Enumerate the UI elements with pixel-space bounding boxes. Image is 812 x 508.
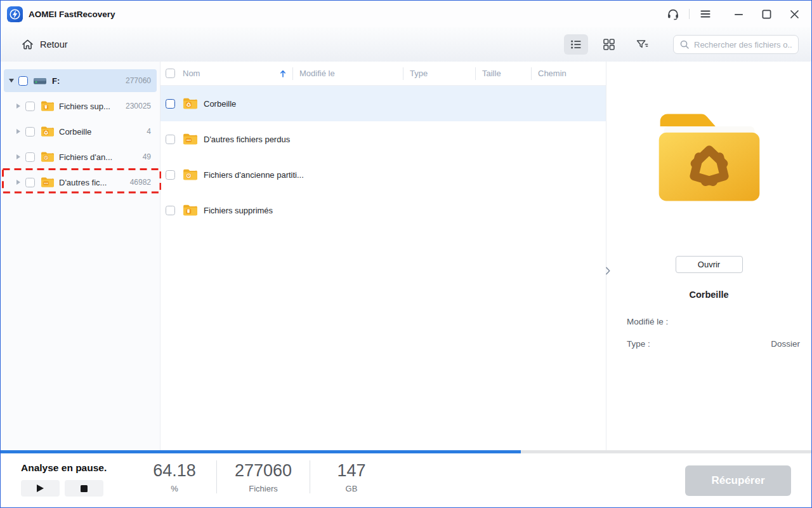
app-logo-icon <box>7 6 23 22</box>
type-value: Dossier <box>771 339 800 349</box>
node-checkbox[interactable] <box>25 152 35 162</box>
node-checkbox[interactable] <box>25 102 35 111</box>
collapse-panel-button[interactable] <box>605 264 615 277</box>
tree-node-drive-f[interactable]: F: 277060 <box>4 69 157 92</box>
search-input[interactable] <box>673 35 799 54</box>
row-checkbox[interactable] <box>166 170 175 180</box>
stat-unit: % <box>133 484 216 493</box>
big-folder-recycle-icon <box>650 102 768 210</box>
filter-icon <box>635 37 649 51</box>
folder-trash-icon <box>183 204 198 217</box>
tree-node-label: Fichiers d'an... <box>59 152 112 162</box>
stat-unit: Fichiers <box>217 484 310 493</box>
sort-asc-icon[interactable] <box>279 69 287 78</box>
open-button[interactable]: Ouvrir <box>676 256 743 273</box>
drive-f-checkbox[interactable] <box>18 76 28 86</box>
scan-progress-bar <box>1 450 811 453</box>
minimize-button[interactable] <box>728 4 749 23</box>
preview-title: Corbeille <box>606 290 811 300</box>
back-label: Retour <box>40 39 68 50</box>
scan-status-text: Analyse en pause. <box>21 462 107 474</box>
home-icon <box>21 38 34 51</box>
node-checkbox[interactable] <box>25 127 35 137</box>
scan-stats: 64.18 % 277060 Fichiers 147 GB <box>133 458 393 495</box>
folder-clock-icon <box>183 168 198 181</box>
resume-scan-button[interactable] <box>21 480 60 497</box>
tree-node-count: 46982 <box>130 178 151 187</box>
caret-collapsed-icon[interactable] <box>16 104 20 109</box>
node-checkbox[interactable] <box>25 178 35 187</box>
tree-node-label: Fichiers sup... <box>59 102 110 111</box>
tree-node-label: D'autres fic... <box>59 178 107 187</box>
progress-fill <box>1 450 521 453</box>
column-header-nom[interactable]: Nom <box>160 62 293 85</box>
search-box <box>673 35 799 54</box>
stop-scan-button[interactable] <box>65 480 103 497</box>
filter-button[interactable] <box>630 34 654 55</box>
titlebar: AOMEI FastRecovery <box>1 1 811 27</box>
table-row-corbeille[interactable]: Corbeille <box>160 86 606 121</box>
tree-node-fichiers-supprimes[interactable]: Fichiers sup... 230025 <box>1 93 160 119</box>
folder-dots-icon <box>41 177 55 188</box>
modified-label: Modifié le : <box>627 317 668 326</box>
grid-view-button[interactable] <box>597 34 621 55</box>
stat-value: 277060 <box>217 460 310 481</box>
table-row-autres-fichiers[interactable]: D'autres fichiers perdus <box>160 121 606 157</box>
play-icon <box>37 485 44 492</box>
column-label: Chemin <box>538 69 566 78</box>
type-label: Type : <box>627 339 650 349</box>
app-title: AOMEI FastRecovery <box>29 10 115 19</box>
column-label: Type <box>410 69 428 78</box>
maximize-icon <box>761 8 773 20</box>
tree-node-label: Corbeille <box>59 127 91 137</box>
column-label: Modifié le <box>299 69 335 78</box>
caret-collapsed-icon[interactable] <box>16 180 20 185</box>
tree-node-corbeille[interactable]: Corbeille 4 <box>1 119 160 144</box>
caret-expanded-icon[interactable] <box>9 79 14 83</box>
list-view-button[interactable] <box>564 34 588 55</box>
caret-collapsed-icon[interactable] <box>16 154 20 159</box>
table-row-fichiers-supprimes[interactable]: Fichiers supprimés <box>160 192 606 228</box>
content-area: F: 277060 Fichiers sup... 230025 <box>1 62 811 450</box>
tree-node-count: 230025 <box>126 102 151 110</box>
column-header-chemin[interactable]: Chemin <box>532 62 606 85</box>
titlebar-divider <box>689 9 690 19</box>
meta-type-row: Type : Dossier <box>627 339 800 349</box>
grid-view-icon <box>602 37 616 51</box>
maximize-button[interactable] <box>756 4 777 23</box>
stat-percent: 64.18 % <box>133 460 216 493</box>
folder-dots-icon <box>183 133 198 145</box>
stat-size: 147 GB <box>310 460 393 493</box>
row-name: Corbeille <box>204 99 236 109</box>
headset-icon <box>667 8 679 20</box>
app-window: AOMEI FastRecovery <box>0 0 812 508</box>
column-label: Taille <box>482 69 501 78</box>
stat-value: 64.18 <box>133 460 216 481</box>
recover-button[interactable]: Récupérer <box>685 465 791 496</box>
select-all-checkbox[interactable] <box>166 69 175 78</box>
row-checkbox[interactable] <box>166 206 175 215</box>
row-name: D'autres fichiers perdus <box>204 135 290 144</box>
file-table: Nom Modifié le Type Taille Chemin <box>160 62 606 450</box>
meta-modified-row: Modifié le : <box>627 317 800 326</box>
toolbar: Retour <box>1 27 811 62</box>
column-header-modifie[interactable]: Modifié le <box>293 62 403 85</box>
row-checkbox[interactable] <box>166 99 175 109</box>
column-header-taille[interactable]: Taille <box>476 62 532 85</box>
tree-node-fichiers-ancienne[interactable]: Fichiers d'an... 49 <box>1 144 160 170</box>
main-menu-button[interactable] <box>695 4 716 23</box>
back-home-button[interactable]: Retour <box>21 38 68 51</box>
row-name: Fichiers supprimés <box>204 206 273 215</box>
caret-collapsed-icon[interactable] <box>16 129 20 134</box>
stat-value: 147 <box>310 460 393 481</box>
support-headset-button[interactable] <box>662 4 684 23</box>
tree-node-dautres-fichiers[interactable]: D'autres fic... 46982 <box>1 170 160 195</box>
minimize-icon <box>733 8 745 20</box>
close-button[interactable] <box>783 4 805 23</box>
preview-panel: Ouvrir Corbeille Modifié le : Type : Dos… <box>606 62 811 450</box>
chevron-right-icon <box>605 267 611 275</box>
row-checkbox[interactable] <box>166 135 175 144</box>
table-row-ancienne-partition[interactable]: Fichiers d'ancienne partiti... <box>160 157 606 192</box>
close-icon <box>789 8 801 20</box>
column-header-type[interactable]: Type <box>403 62 476 85</box>
